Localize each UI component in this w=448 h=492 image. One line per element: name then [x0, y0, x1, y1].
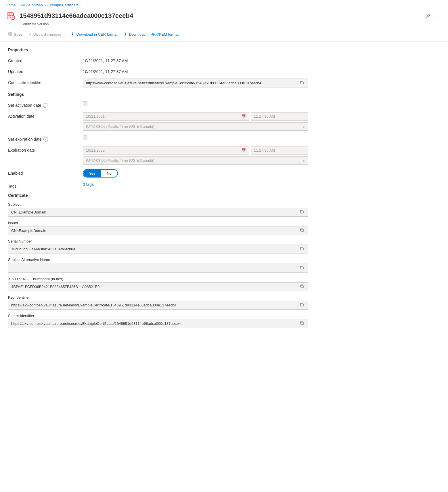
- page-subtitle: Certificate Version: [0, 22, 448, 28]
- san-label: Subject Alternative Name: [8, 258, 308, 262]
- secret-id-block: Secret Identifier https://akv-contoso.va…: [8, 314, 308, 328]
- expiration-tz-text: (UTC-08:00) Pacific Time (US & Canada): [86, 158, 154, 163]
- expiration-timezone-dropdown[interactable]: (UTC-08:00) Pacific Time (US & Canada) ∨: [83, 156, 308, 165]
- yes-button[interactable]: Yes: [83, 170, 101, 177]
- activation-tz-chevron: ∨: [303, 125, 305, 129]
- discard-button[interactable]: ✕ Discard changes: [26, 30, 64, 39]
- yes-no-toggle: Yes No: [83, 169, 118, 178]
- page-header: 1548951d93114e66adca000e137eecb4 ···: [0, 9, 448, 22]
- key-id-text: https://akv-contoso.vault.azure.net/keys…: [11, 303, 299, 307]
- tags-wrap: 0 tags: [83, 182, 308, 187]
- activation-time-text: 11:17:36 AM: [254, 114, 275, 119]
- thumbprint-input: 4BFAE1FCFD36B2421E8834657F425B11A08521E9: [8, 282, 308, 291]
- toolbar: Save ✕ Discard changes Download in CER f…: [0, 28, 448, 42]
- created-field-row: Created 10/21/2021, 11:27:37 AM: [8, 57, 308, 63]
- activation-tz-text: (UTC-08:00) Pacific Time (US & Canada): [86, 124, 154, 129]
- set-activation-checkbox-wrap: ✓: [83, 101, 87, 106]
- activation-calendar-icon: 📅: [241, 114, 246, 119]
- expiration-datetime-block: 10/21/2022 📅 11:27:36 AM (UTC-08:00) Pac…: [83, 146, 308, 165]
- download-pfx-icon: [123, 32, 127, 37]
- san-input: [8, 263, 308, 273]
- serial-block: Serial Number 16c6b5cb03e44a3ba5439184fa…: [8, 239, 308, 253]
- san-block: Subject Alternative Name: [8, 258, 308, 273]
- issuer-label: Issuer: [8, 221, 308, 225]
- activation-date-field-row: Activation date 10/21/2021 📅 11:17:36 AM…: [8, 112, 308, 131]
- svg-rect-3: [8, 15, 11, 16]
- svg-rect-10: [301, 82, 303, 84]
- expiration-date-label: Expiration date: [8, 146, 83, 152]
- expiration-tz-chevron: ∨: [303, 159, 305, 163]
- activation-date-input[interactable]: 10/21/2021 📅: [83, 112, 249, 121]
- serial-label: Serial Number: [8, 239, 308, 243]
- secret-id-copy-button[interactable]: [299, 321, 305, 326]
- svg-rect-15: [301, 285, 303, 288]
- activation-timezone-dropdown[interactable]: (UTC-08:00) Pacific Time (US & Canada) ∨: [83, 122, 308, 131]
- updated-label: Updated: [8, 68, 83, 74]
- svg-rect-2: [8, 14, 12, 14]
- breadcrumb-sep-3: ›: [81, 3, 82, 7]
- set-expiration-field-row: Set expiration date i ✓: [8, 135, 308, 142]
- breadcrumb-home[interactable]: Home: [6, 3, 16, 7]
- tags-link[interactable]: 0 tags: [83, 182, 94, 187]
- breadcrumb: Home › AKV-Contoso › ExampleCertificate …: [0, 0, 448, 9]
- svg-rect-6: [12, 19, 13, 20]
- thumbprint-copy-button[interactable]: [299, 284, 305, 289]
- set-expiration-checkbox-wrap: ✓: [83, 135, 87, 140]
- svg-rect-17: [301, 322, 303, 325]
- save-icon: [8, 32, 12, 37]
- svg-rect-12: [301, 229, 303, 232]
- svg-rect-8: [9, 33, 11, 34]
- expiration-date-input[interactable]: 10/21/2022 📅: [83, 146, 249, 155]
- breadcrumb-sep-1: ›: [18, 3, 19, 7]
- enabled-label: Enabled: [8, 169, 83, 176]
- thumbprint-text: 4BFAE1FCFD36B2421E8834657F425B11A08521E9: [11, 285, 299, 289]
- key-id-copy-button[interactable]: [299, 303, 305, 308]
- set-expiration-label: Set expiration date i: [8, 135, 83, 142]
- cert-id-label: Certificate Identifier: [8, 79, 83, 85]
- pin-button[interactable]: [425, 12, 432, 19]
- issuer-text: CN=ExampleDomain: [11, 228, 299, 233]
- breadcrumb-cert[interactable]: ExampleCertificate: [47, 3, 79, 7]
- expiration-time-input[interactable]: 11:27:36 AM: [251, 146, 308, 155]
- content-area: Properties Created 10/21/2021, 11:27:37 …: [0, 42, 316, 338]
- download-pfx-button[interactable]: Download in PFX/PEM format: [121, 30, 181, 39]
- cert-id-input: https://akv-contoso.vault.azure.net/cert…: [83, 79, 308, 87]
- more-button[interactable]: ···: [434, 12, 442, 20]
- secret-id-input: https://akv-contoso.vault.azure.net/secr…: [8, 319, 308, 328]
- page-title: 1548951d93114e66adca000e137eecb4: [20, 12, 421, 20]
- breadcrumb-sep-2: ›: [45, 3, 46, 7]
- expiration-date-text: 10/21/2022: [86, 148, 105, 152]
- enabled-field-row: Enabled Yes No: [8, 169, 308, 178]
- set-activation-wrap: ✓: [83, 101, 308, 106]
- download-cer-button[interactable]: Download in CER format: [68, 30, 120, 39]
- svg-rect-14: [301, 267, 303, 269]
- key-id-block: Key Identifier https://akv-contoso.vault…: [8, 295, 308, 310]
- save-button[interactable]: Save: [6, 30, 25, 39]
- issuer-input: CN=ExampleDomain: [8, 226, 308, 235]
- expiration-date-field-row: Expiration date 10/21/2022 📅 11:27:36 AM…: [8, 146, 308, 165]
- certificate-section-title: Certificate: [8, 193, 308, 198]
- download-cer-icon: [70, 32, 74, 37]
- subject-block: Subject CN=ExampleDomain: [8, 202, 308, 217]
- set-activation-checkbox[interactable]: ✓: [83, 101, 87, 106]
- enabled-wrap: Yes No: [83, 169, 308, 178]
- thumbprint-label: X.509 SHA-1 Thumbprint (in hex): [8, 277, 308, 281]
- discard-icon: ✕: [28, 32, 32, 37]
- expiration-info-icon: i: [43, 137, 48, 142]
- expiration-calendar-icon: 📅: [241, 148, 246, 152]
- san-copy-button[interactable]: [299, 266, 305, 270]
- secret-id-label: Secret Identifier: [8, 314, 308, 318]
- no-button[interactable]: No: [101, 170, 117, 177]
- download-cer-label: Download in CER format: [76, 32, 117, 37]
- breadcrumb-akv[interactable]: AKV-Contoso: [20, 3, 43, 7]
- toolbar-divider-1: [66, 31, 66, 38]
- set-expiration-checkbox[interactable]: ✓: [83, 135, 87, 140]
- cert-id-field-row: Certificate Identifier https://akv-conto…: [8, 79, 308, 87]
- created-value: 10/21/2021, 11:27:37 AM: [83, 57, 308, 63]
- activation-time-input[interactable]: 11:17:36 AM: [251, 112, 308, 121]
- cert-id-copy-button[interactable]: [299, 81, 305, 85]
- serial-copy-button[interactable]: [299, 247, 305, 251]
- settings-section-title: Settings: [8, 92, 308, 97]
- issuer-copy-button[interactable]: [299, 228, 305, 233]
- subject-copy-button[interactable]: [299, 210, 305, 215]
